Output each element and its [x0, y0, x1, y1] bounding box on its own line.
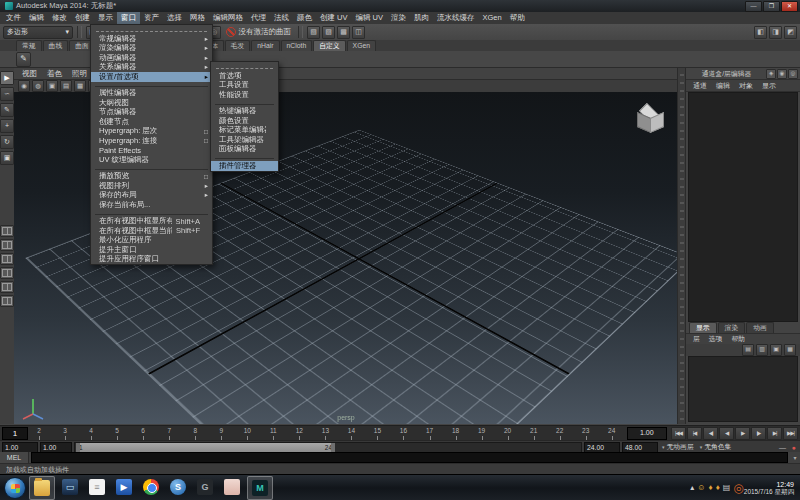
- layer-editor-menu-item[interactable]: 层: [689, 334, 704, 344]
- layout-four-pane-button[interactable]: [0, 239, 14, 251]
- menu-bar-item[interactable]: XGen: [479, 12, 506, 24]
- command-input[interactable]: [31, 452, 788, 463]
- frame-tick[interactable]: 13: [312, 426, 338, 441]
- lock-camera-icon[interactable]: ◍: [32, 80, 44, 92]
- menu-tearoff-handle[interactable]: [216, 63, 273, 69]
- taskbar-computer-icon[interactable]: ▭: [58, 476, 82, 498]
- render-settings-icon[interactable]: ◫: [352, 26, 365, 39]
- frame-tick[interactable]: 8: [182, 426, 208, 441]
- frame-tick[interactable]: 10: [234, 426, 260, 441]
- menu-bar-item[interactable]: 编辑 UV: [352, 12, 388, 24]
- frame-tick[interactable]: 2: [26, 426, 52, 441]
- channel-box-menu-item[interactable]: 显示: [758, 81, 780, 91]
- current-time-field[interactable]: 1.00: [627, 427, 667, 440]
- start-button[interactable]: [4, 477, 26, 499]
- sidebar-toggle-attribute-editor-icon[interactable]: ◧: [754, 26, 767, 39]
- menu-item[interactable]: 属性编辑器: [91, 89, 212, 99]
- menu-item[interactable]: 常规编辑器 ▸: [91, 34, 212, 44]
- layout-hypershade-persp-button[interactable]: [0, 281, 14, 293]
- ipr-render-icon[interactable]: ▩: [337, 26, 350, 39]
- frame-tick[interactable]: 14: [338, 426, 364, 441]
- channel-box-list-area[interactable]: [688, 92, 798, 322]
- menu-item[interactable]: 保存的布局 ▸: [91, 191, 212, 201]
- tray-expand-arrow[interactable]: ▴: [690, 483, 694, 493]
- submenu-item[interactable]: [215, 154, 274, 159]
- no-live-surface-indicator[interactable]: 没有激活的曲面: [223, 27, 295, 37]
- view-cube[interactable]: [636, 104, 664, 132]
- frame-tick[interactable]: 5: [104, 426, 130, 441]
- taskbar-notepad-icon[interactable]: ≡: [85, 476, 109, 498]
- close-button[interactable]: ✕: [781, 1, 798, 12]
- add-layer-from-selected-icon[interactable]: ▦: [784, 344, 796, 356]
- animation-start-field[interactable]: 1.00: [2, 442, 38, 453]
- menu-bar-item[interactable]: 帮助: [506, 12, 529, 24]
- submenu-item[interactable]: 工具架编辑器: [211, 135, 278, 145]
- tray-badge-icon-1[interactable]: ♦: [709, 483, 713, 493]
- channel-slowdown-icon[interactable]: ◈: [766, 69, 776, 79]
- channel-box-menu-item[interactable]: 通道: [689, 81, 711, 91]
- menu-bar-item[interactable]: 代理: [247, 12, 270, 24]
- panel-menu-item[interactable]: 着色: [42, 69, 67, 79]
- layer-editor-tab[interactable]: 渲染: [718, 322, 746, 333]
- submenu-item[interactable]: 热键编辑器: [211, 107, 278, 117]
- menu-item[interactable]: [95, 165, 208, 170]
- frame-tick[interactable]: 21: [521, 426, 547, 441]
- shelf-sculpt-icon[interactable]: ✎: [16, 52, 31, 67]
- menu-bar-item[interactable]: 选择: [163, 12, 186, 24]
- frame-ruler[interactable]: 123456789101112131415161718192021222324: [0, 426, 625, 441]
- play-forwards-button[interactable]: ▶: [735, 427, 750, 440]
- menu-bar-item[interactable]: 窗口: [117, 12, 140, 24]
- menu-item[interactable]: 创建节点: [91, 117, 212, 127]
- menu-bar-item[interactable]: 颜色: [293, 12, 316, 24]
- layer-list-area[interactable]: [688, 356, 798, 422]
- menu-bar-item[interactable]: 显示: [94, 12, 117, 24]
- menu-set-selector[interactable]: 多边形 ▾: [3, 26, 73, 39]
- panel-menu-item[interactable]: 视图: [17, 69, 42, 79]
- shelf-tab[interactable]: 常规: [16, 40, 42, 51]
- sidebar-toggle-tool-settings-icon[interactable]: ◨: [769, 26, 782, 39]
- taskbar-sogou-icon[interactable]: S: [166, 476, 190, 498]
- render-view-icon[interactable]: ▧: [307, 26, 320, 39]
- menu-item[interactable]: 节点编辑器: [91, 108, 212, 118]
- menu-item[interactable]: 提升应用程序窗口: [91, 255, 212, 265]
- animation-preferences-icon[interactable]: —: [778, 443, 787, 452]
- submenu-item[interactable]: 性能设置: [211, 90, 278, 100]
- time-slider[interactable]: 123456789101112131415161718192021222324 …: [0, 425, 800, 441]
- menu-item[interactable]: 动画编辑器 ▸: [91, 53, 212, 63]
- frame-tick[interactable]: 24: [599, 426, 625, 441]
- submenu-item[interactable]: 首选项: [211, 71, 278, 81]
- channel-box-menu-item[interactable]: 对象: [735, 81, 757, 91]
- sidebar-toggle-channel-box-icon[interactable]: ◩: [784, 26, 797, 39]
- rotate-tool-icon[interactable]: ↻: [0, 135, 14, 149]
- select-tool-icon[interactable]: ▶: [0, 71, 14, 85]
- frame-tick[interactable]: 12: [286, 426, 312, 441]
- frame-tick[interactable]: 17: [417, 426, 443, 441]
- frame-tick[interactable]: 20: [495, 426, 521, 441]
- layout-persp-graph-button[interactable]: [0, 267, 14, 279]
- shelf-tab[interactable]: nHair: [251, 40, 279, 51]
- menu-item[interactable]: [95, 210, 208, 215]
- frame-tick[interactable]: 22: [547, 426, 573, 441]
- frame-tick[interactable]: 9: [208, 426, 234, 441]
- lasso-select-tool-icon[interactable]: ∽: [0, 87, 14, 101]
- menu-bar-item[interactable]: 渲染: [387, 12, 410, 24]
- menu-item[interactable]: 保存当前布局...: [91, 200, 212, 210]
- move-layer-down-icon[interactable]: ▥: [756, 344, 768, 356]
- frame-tick[interactable]: 18: [443, 426, 469, 441]
- move-layer-up-icon[interactable]: ▤: [742, 344, 754, 356]
- menu-tearoff-handle[interactable]: [96, 26, 207, 32]
- menu-bar-item[interactable]: 流水线缓存: [433, 12, 479, 24]
- frame-tick[interactable]: 4: [78, 426, 104, 441]
- step-forward-key-button[interactable]: |▶: [751, 427, 766, 440]
- shelf-tab[interactable]: 毛发: [225, 40, 251, 51]
- frame-tick[interactable]: 7: [156, 426, 182, 441]
- shelf-tab[interactable]: 曲线: [43, 40, 69, 51]
- frame-tick[interactable]: 16: [390, 426, 416, 441]
- menu-item[interactable]: 大纲视图: [91, 98, 212, 108]
- script-editor-icon[interactable]: ▾: [790, 454, 800, 461]
- go-to-end-button[interactable]: ▶▶|: [783, 427, 798, 440]
- tray-folder-icon[interactable]: ▤: [723, 483, 731, 493]
- frame-tick[interactable]: 11: [260, 426, 286, 441]
- layer-editor-menu-item[interactable]: 帮助: [727, 334, 749, 344]
- animation-end-field[interactable]: 48.00: [622, 442, 658, 453]
